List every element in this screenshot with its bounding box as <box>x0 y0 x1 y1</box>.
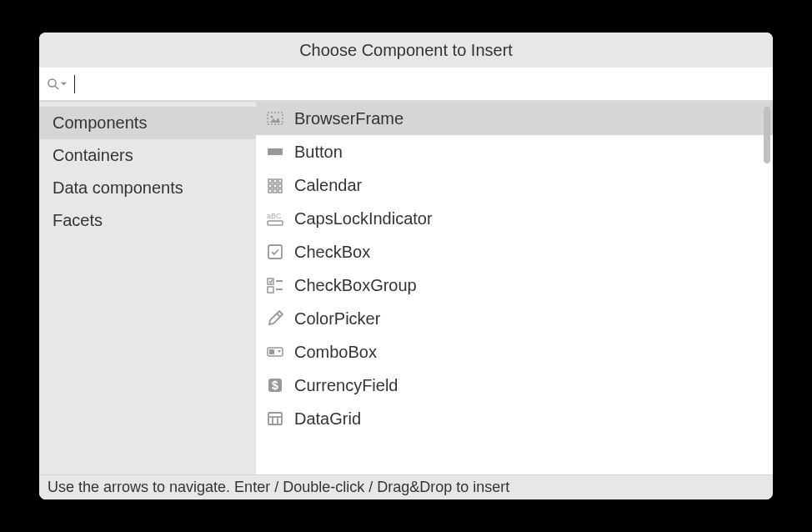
sidebar-item-label: Components <box>53 113 147 132</box>
svg-text:aBC: aBC <box>267 212 282 220</box>
svg-rect-16 <box>268 245 282 258</box>
button-icon <box>264 141 286 163</box>
color-picker-icon <box>264 308 286 329</box>
sidebar-item-label: Data components <box>53 178 183 197</box>
list-item-datagrid[interactable]: DataGrid <box>256 402 773 435</box>
svg-rect-19 <box>268 287 273 293</box>
scrollbar-thumb[interactable] <box>764 107 770 163</box>
list-item-button[interactable]: Button <box>256 135 773 168</box>
footer-hint-bar: Use the arrows to navigate. Enter / Doub… <box>39 474 773 499</box>
svg-rect-9 <box>273 184 277 188</box>
capslock-icon: aBC <box>264 208 286 229</box>
checkbox-icon <box>264 241 286 263</box>
component-list: BrowserFrame Button <box>256 102 773 474</box>
list-item-label: ColorPicker <box>294 309 380 329</box>
browser-frame-icon <box>264 108 286 129</box>
svg-rect-5 <box>268 179 272 183</box>
list-item-label: DataGrid <box>294 409 361 429</box>
svg-rect-25 <box>268 413 282 424</box>
list-item-label: BrowserFrame <box>294 109 403 128</box>
svg-rect-4 <box>268 148 283 155</box>
svg-rect-11 <box>268 189 272 193</box>
svg-rect-7 <box>278 179 282 183</box>
list-item-label: Calendar <box>294 176 362 195</box>
list-item-checkbox[interactable]: CheckBox <box>256 235 773 269</box>
svg-rect-13 <box>278 189 282 193</box>
sidebar-item-label: Facets <box>53 211 103 229</box>
calendar-icon <box>264 174 286 196</box>
datagrid-icon <box>264 408 286 429</box>
sidebar-item-data-components[interactable]: Data components <box>39 172 256 204</box>
list-item-label: CheckBox <box>294 243 370 262</box>
svg-rect-15 <box>268 221 283 225</box>
content-area: Components Containers Data components Fa… <box>39 101 773 474</box>
category-sidebar: Components Containers Data components Fa… <box>39 102 256 474</box>
sidebar-item-facets[interactable]: Facets <box>39 204 256 237</box>
list-item-capslockindicator[interactable]: aBC CapsLockIndicator <box>256 202 773 235</box>
search-bar <box>39 68 773 101</box>
combobox-icon <box>264 341 286 363</box>
component-list-panel: BrowserFrame Button <box>256 102 773 474</box>
list-item-combobox[interactable]: ComboBox <box>256 335 773 369</box>
list-item-label: ComboBox <box>294 343 377 362</box>
list-item-currencyfield[interactable]: $ CurrencyField <box>256 369 773 402</box>
list-item-browserframe[interactable]: BrowserFrame <box>256 102 773 135</box>
list-item-label: CheckBoxGroup <box>294 276 417 295</box>
checkbox-group-icon <box>264 274 286 296</box>
svg-point-3 <box>271 116 273 118</box>
list-item-checkboxgroup[interactable]: CheckBoxGroup <box>256 269 773 302</box>
titlebar: Choose Component to Insert <box>39 33 773 68</box>
list-item-label: CurrencyField <box>294 376 398 395</box>
currency-icon: $ <box>264 374 286 396</box>
list-item-calendar[interactable]: Calendar <box>256 168 773 202</box>
svg-rect-22 <box>269 349 274 354</box>
svg-line-1 <box>55 86 58 89</box>
svg-rect-10 <box>278 184 282 188</box>
footer-hint: Use the arrows to navigate. Enter / Doub… <box>48 479 509 496</box>
svg-point-0 <box>48 79 56 87</box>
dialog-window: Choose Component to Insert Components Co… <box>39 33 773 499</box>
sidebar-item-containers[interactable]: Containers <box>39 139 256 172</box>
svg-text:$: $ <box>272 379 278 392</box>
list-item-colorpicker[interactable]: ColorPicker <box>256 302 773 335</box>
svg-rect-8 <box>268 184 272 188</box>
search-icon[interactable] <box>46 77 68 92</box>
svg-rect-12 <box>273 189 277 193</box>
list-item-label: CapsLockIndicator <box>294 209 433 228</box>
sidebar-item-label: Containers <box>53 146 133 164</box>
list-item-label: Button <box>294 143 343 162</box>
sidebar-item-components[interactable]: Components <box>39 107 256 139</box>
search-input[interactable] <box>75 68 766 100</box>
svg-rect-6 <box>273 179 277 183</box>
dialog-title: Choose Component to Insert <box>299 41 513 60</box>
